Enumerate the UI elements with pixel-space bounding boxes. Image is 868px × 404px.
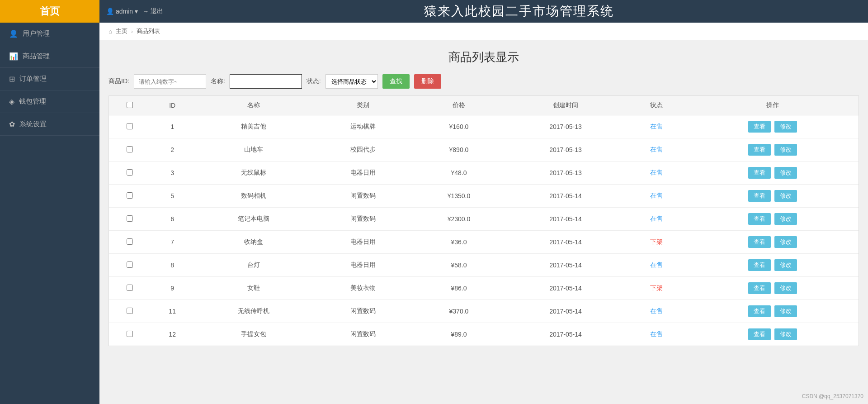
row-actions-5: 查看 修改	[687, 231, 859, 254]
search-button[interactable]: 查找	[382, 74, 410, 89]
sidebar-item-user-management[interactable]: 👤 用户管理	[0, 23, 99, 45]
table-row: 3 无线鼠标 电器日用 ¥48.0 2017-05-13 在售 查看 修改	[109, 162, 859, 185]
row-status-8: 在售	[626, 300, 687, 323]
edit-button-6[interactable]: 修改	[774, 259, 797, 271]
select-all-checkbox[interactable]	[127, 102, 133, 108]
search-bar: 商品ID: 名称: 状态: 选择商品状态 在售 下架 查找 删除	[108, 74, 859, 89]
row-select-2[interactable]	[127, 169, 133, 176]
row-status-2: 在售	[626, 162, 687, 185]
sidebar-item-order-management[interactable]: ⊞ 订单管理	[0, 68, 99, 90]
row-id-1: 2	[151, 138, 194, 162]
edit-button-2[interactable]: 修改	[774, 167, 797, 179]
sidebar-item-system-settings[interactable]: ✿ 系统设置	[0, 113, 99, 136]
edit-button-5[interactable]: 修改	[774, 236, 797, 248]
sidebar-item-wallet-management[interactable]: ◈ 钱包管理	[0, 90, 99, 113]
view-button-1[interactable]: 查看	[748, 144, 771, 156]
user-dropdown[interactable]: 👤 admin ▾	[106, 8, 138, 15]
settings-icon: ✿	[9, 120, 15, 128]
row-price-1: ¥890.0	[413, 138, 505, 162]
view-button-2[interactable]: 查看	[748, 167, 771, 179]
col-category: 类别	[313, 96, 413, 115]
sidebar-label-order: 订单管理	[19, 75, 47, 83]
edit-button-4[interactable]: 修改	[774, 213, 797, 225]
col-name: 名称	[194, 96, 313, 115]
row-category-2: 电器日用	[313, 162, 413, 185]
row-category-8: 闲置数码	[313, 300, 413, 323]
status-select[interactable]: 选择商品状态 在售 下架	[326, 74, 378, 89]
view-button-9[interactable]: 查看	[748, 328, 771, 340]
row-select-0[interactable]	[127, 123, 133, 129]
row-select-9[interactable]	[127, 331, 133, 337]
row-price-7: ¥86.0	[413, 277, 505, 300]
row-id-8: 11	[151, 300, 194, 323]
view-button-7[interactable]: 查看	[748, 282, 771, 294]
table-row: 7 收纳盒 电器日用 ¥36.0 2017-05-14 下架 查看 修改	[109, 231, 859, 254]
row-category-3: 闲置数码	[313, 185, 413, 208]
row-actions-2: 查看 修改	[687, 162, 859, 185]
batch-delete-button[interactable]: 删除	[414, 74, 441, 89]
row-select-3[interactable]	[127, 192, 133, 199]
logout-button[interactable]: → 退出	[142, 7, 163, 15]
table-row: 11 无线传呼机 闲置数码 ¥370.0 2017-05-14 在售 查看 修改	[109, 300, 859, 323]
row-actions-8: 查看 修改	[687, 300, 859, 323]
product-id-input[interactable]	[134, 74, 206, 89]
page-title: 商品列表显示	[108, 49, 859, 65]
row-checkbox-7	[109, 277, 151, 300]
row-select-1[interactable]	[127, 146, 133, 152]
row-id-4: 6	[151, 208, 194, 231]
id-label: 商品ID:	[108, 77, 129, 86]
sidebar-item-product-management[interactable]: 📊 商品管理	[0, 45, 99, 68]
sidebar-label-user: 用户管理	[23, 29, 50, 38]
main-content: ⌂ 主页 › 商品列表 商品列表显示 商品ID: 名称: 状态: 选择商品状态 …	[99, 23, 868, 404]
col-actions: 操作	[687, 96, 859, 115]
row-category-1: 校园代步	[313, 138, 413, 162]
name-label: 名称:	[211, 77, 225, 86]
home-icon: ⌂	[108, 28, 112, 35]
row-created-2: 2017-05-13	[505, 162, 626, 185]
row-created-8: 2017-05-14	[505, 300, 626, 323]
row-status-7: 下架	[626, 277, 687, 300]
product-table: ID 名称 类别 价格 创建时间 状态 操作 1 精美吉他 运动棋牌 ¥1	[109, 96, 859, 346]
row-actions-7: 查看 修改	[687, 277, 859, 300]
row-price-0: ¥160.0	[413, 115, 505, 138]
row-created-6: 2017-05-14	[505, 254, 626, 277]
row-name-3: 数码相机	[194, 185, 313, 208]
row-select-4[interactable]	[127, 215, 133, 222]
layout: 👤 用户管理 📊 商品管理 ⊞ 订单管理 ◈ 钱包管理 ✿ 系统设置 ⌂ 主页 …	[0, 23, 868, 404]
view-button-8[interactable]: 查看	[748, 305, 771, 317]
edit-button-1[interactable]: 修改	[774, 144, 797, 156]
edit-button-8[interactable]: 修改	[774, 305, 797, 317]
header-user-area: 👤 admin ▾ → 退出	[99, 7, 170, 15]
breadcrumb-home[interactable]: 主页	[116, 27, 127, 35]
row-select-7[interactable]	[127, 285, 133, 291]
row-status-3: 在售	[626, 185, 687, 208]
row-id-3: 5	[151, 185, 194, 208]
view-button-3[interactable]: 查看	[748, 190, 771, 202]
row-name-0: 精美吉他	[194, 115, 313, 138]
row-actions-9: 查看 修改	[687, 323, 859, 346]
row-category-7: 美妆衣物	[313, 277, 413, 300]
row-price-6: ¥58.0	[413, 254, 505, 277]
row-created-4: 2017-05-14	[505, 208, 626, 231]
row-select-6[interactable]	[127, 261, 133, 268]
user-icon: 👤	[9, 29, 18, 38]
product-name-input[interactable]	[230, 74, 302, 89]
view-button-6[interactable]: 查看	[748, 259, 771, 271]
row-created-9: 2017-05-14	[505, 323, 626, 346]
row-id-0: 1	[151, 115, 194, 138]
view-button-4[interactable]: 查看	[748, 213, 771, 225]
view-button-0[interactable]: 查看	[748, 121, 771, 133]
breadcrumb: ⌂ 主页 › 商品列表	[99, 23, 868, 40]
row-select-8[interactable]	[127, 308, 133, 314]
row-category-4: 闲置数码	[313, 208, 413, 231]
row-id-9: 12	[151, 323, 194, 346]
row-select-5[interactable]	[127, 238, 133, 245]
row-status-5: 下架	[626, 231, 687, 254]
edit-button-7[interactable]: 修改	[774, 282, 797, 294]
edit-button-9[interactable]: 修改	[774, 328, 797, 340]
edit-button-0[interactable]: 修改	[774, 121, 797, 133]
edit-button-3[interactable]: 修改	[774, 190, 797, 202]
breadcrumb-separator: ›	[131, 28, 133, 35]
view-button-5[interactable]: 查看	[748, 236, 771, 248]
table-row: 6 笔记本电脑 闲置数码 ¥2300.0 2017-05-14 在售 查看 修改	[109, 208, 859, 231]
